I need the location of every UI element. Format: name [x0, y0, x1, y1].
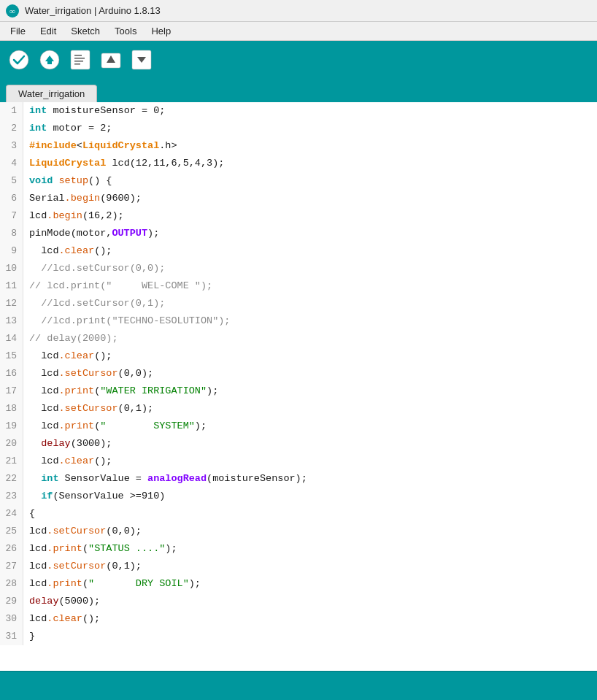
title-bar: ∞ Water_irrigation | Arduino 1.8.13 — [0, 0, 597, 22]
table-row: 10 //lcd.setCursor(0,0); — [0, 260, 597, 277]
svg-rect-6 — [74, 55, 82, 56]
upload-icon — [39, 50, 60, 70]
table-row: 1 int moistureSensor = 0; — [0, 102, 597, 120]
menu-edit[interactable]: Edit — [33, 24, 63, 38]
table-row: 20 delay(3000); — [0, 435, 597, 453]
table-row: 3 #include<LiquidCrystal.h> — [0, 137, 597, 155]
table-row: 28 lcd.print(" DRY SOIL"); — [0, 575, 597, 593]
verify-button[interactable] — [6, 47, 32, 73]
table-row: 11 // lcd.print(" WEL-COME "); — [0, 277, 597, 295]
status-bar — [0, 671, 597, 700]
table-row: 24 { — [0, 505, 597, 523]
menu-sketch[interactable]: Sketch — [63, 24, 107, 38]
table-row: 9 lcd.clear(); — [0, 242, 597, 260]
table-row: 14 // delay(2000); — [0, 330, 597, 347]
table-row: 15 lcd.clear(); — [0, 347, 597, 365]
tab-bar: Water_irrigation — [0, 79, 597, 102]
menu-help[interactable]: Help — [144, 24, 178, 38]
table-row: 5 void setup() { — [0, 172, 597, 190]
table-row: 8 pinMode(motor,OUTPUT); — [0, 225, 597, 242]
table-row: 30 lcd.clear(); — [0, 610, 597, 628]
table-row: 2 int motor = 2; — [0, 120, 597, 137]
table-row: 17 lcd.print("WATER IRRIGATION"); — [0, 382, 597, 400]
save-button[interactable] — [128, 47, 155, 73]
table-row: 6 Serial.begin(9600); — [0, 190, 597, 207]
table-row: 18 lcd.setCursor(0,1); — [0, 400, 597, 418]
window-title: Water_irrigation | Arduino 1.8.13 — [25, 5, 161, 16]
table-row: 23 if(SensorValue >=910) — [0, 488, 597, 505]
tab-water-irrigation[interactable]: Water_irrigation — [6, 85, 97, 102]
table-row: 12 //lcd.setCursor(0,1); — [0, 295, 597, 312]
svg-rect-7 — [74, 58, 85, 59]
verify-icon — [9, 50, 29, 70]
new-button[interactable] — [67, 47, 93, 73]
table-row: 22 int SensorValue = analogRead(moisture… — [0, 470, 597, 488]
svg-point-2 — [9, 50, 28, 69]
table-row: 25 lcd.setCursor(0,0); — [0, 523, 597, 540]
table-row: 21 lcd.clear(); — [0, 453, 597, 470]
table-row: 16 lcd.setCursor(0,0); — [0, 365, 597, 382]
new-icon — [70, 50, 90, 70]
svg-rect-8 — [74, 61, 83, 62]
menu-tools[interactable]: Tools — [107, 24, 144, 38]
table-row: 26 lcd.print("STATUS ...."); — [0, 540, 597, 558]
table-row: 7 lcd.begin(16,2); — [0, 207, 597, 225]
code-editor[interactable]: 1 int moistureSensor = 0; 2 int motor = … — [0, 102, 597, 671]
table-row: 13 //lcd.print("TECHNO-ESOLUTION"); — [0, 312, 597, 330]
toolbar — [0, 41, 597, 79]
table-row: 19 lcd.print(" SYSTEM"); — [0, 418, 597, 435]
open-button[interactable] — [98, 47, 124, 73]
table-row: 31 } — [0, 628, 597, 645]
menu-bar: File Edit Sketch Tools Help — [0, 22, 597, 41]
menu-file[interactable]: File — [3, 24, 33, 38]
svg-rect-5 — [71, 50, 90, 69]
upload-button[interactable] — [36, 47, 63, 73]
table-row: 4 LiquidCrystal lcd(12,11,6,5,4,3); — [0, 155, 597, 172]
open-icon — [101, 50, 121, 70]
save-icon — [131, 50, 152, 70]
arduino-logo: ∞ — [6, 4, 19, 18]
svg-rect-9 — [74, 64, 80, 65]
table-row: 27 lcd.setCursor(0,1); — [0, 558, 597, 575]
svg-text:∞: ∞ — [9, 7, 15, 15]
table-row: 29 delay(5000); — [0, 593, 597, 610]
